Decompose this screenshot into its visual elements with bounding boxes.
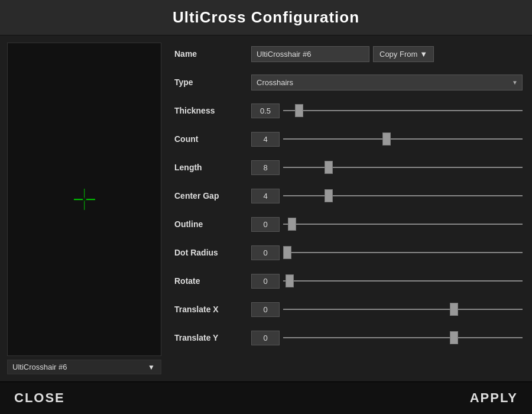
slider-row-rotate: Rotate0 (174, 269, 523, 293)
slider-container-4 (283, 218, 523, 230)
slider-controls-8: 0 (251, 331, 523, 345)
slider-controls-1: 4 (251, 132, 523, 147)
slider-input-6[interactable] (283, 275, 523, 287)
slider-row-thickness: Thickness0.5 (174, 98, 523, 123)
slider-container-2 (283, 161, 523, 173)
slider-container-6 (283, 275, 523, 287)
value-box-4: 0 (251, 217, 280, 232)
slider-controls-7: 0 (251, 302, 523, 317)
slider-label-7: Translate X (174, 305, 251, 314)
slider-label-0: Thickness (174, 106, 251, 115)
preview-label-row: UltiCrosshair #6 ▼ (7, 360, 161, 374)
type-label: Type (174, 77, 251, 87)
value-box-2: 8 (251, 160, 280, 175)
slider-row-translate-x: Translate X0 (174, 297, 523, 322)
footer: CLOSE APPLY (0, 381, 532, 414)
slider-row-translate-y: Translate Y0 (174, 325, 523, 350)
slider-input-2[interactable] (283, 161, 523, 173)
name-label: Name (174, 49, 251, 59)
value-box-6: 0 (251, 274, 280, 289)
name-row: Name Copy From ▼ (174, 41, 523, 66)
slider-container-7 (283, 303, 523, 315)
slider-controls-5: 0 (251, 245, 523, 260)
copy-from-label: Copy From (379, 50, 417, 59)
value-box-7: 0 (251, 302, 280, 317)
slider-container-3 (283, 190, 523, 202)
page-title: UltiCross Configuration (8, 8, 524, 27)
slider-rows-container: Thickness0.5Count4Length8Center Gap4Outl… (174, 98, 523, 350)
slider-container-1 (283, 133, 523, 145)
slider-controls-4: 0 (251, 217, 523, 232)
slider-label-5: Dot Radius (174, 248, 251, 257)
main-content: UltiCrosshair #6 ▼ Name Copy From ▼ Type (0, 35, 532, 381)
slider-label-3: Center Gap (174, 191, 251, 200)
type-select[interactable]: Crosshairs Dot Circle Custom (251, 75, 523, 90)
value-box-5: 0 (251, 245, 280, 260)
slider-controls-2: 8 (251, 160, 523, 175)
preview-canvas (7, 43, 161, 356)
slider-input-4[interactable] (283, 218, 523, 230)
name-input[interactable] (251, 46, 369, 62)
slider-container-8 (283, 332, 523, 344)
preview-dropdown-button[interactable]: ▼ (147, 363, 156, 371)
slider-row-count: Count4 (174, 127, 523, 151)
slider-input-8[interactable] (283, 332, 523, 344)
type-controls: Crosshairs Dot Circle Custom (251, 75, 523, 90)
slider-input-3[interactable] (283, 190, 523, 202)
slider-controls-6: 0 (251, 274, 523, 289)
value-box-3: 4 (251, 189, 280, 203)
slider-container-0 (283, 105, 523, 117)
copy-from-button[interactable]: Copy From ▼ (373, 46, 434, 62)
preview-panel: UltiCrosshair #6 ▼ (0, 35, 168, 381)
slider-controls-3: 4 (251, 189, 523, 203)
preview-label: UltiCrosshair #6 (12, 363, 147, 371)
type-select-wrapper: Crosshairs Dot Circle Custom (251, 75, 523, 90)
crosshair-preview (79, 193, 90, 205)
value-box-1: 4 (251, 132, 280, 147)
close-button[interactable]: CLOSE (14, 390, 65, 406)
slider-input-5[interactable] (283, 247, 523, 258)
slider-row-dot-radius: Dot Radius0 (174, 240, 523, 265)
slider-label-2: Length (174, 163, 251, 172)
crosshair-gap-v (84, 198, 85, 201)
config-panel: Name Copy From ▼ Type Crosshairs D (168, 35, 532, 381)
slider-input-1[interactable] (283, 133, 523, 145)
title-bar: UltiCross Configuration (0, 0, 532, 35)
type-row: Type Crosshairs Dot Circle Custom (174, 70, 523, 95)
apply-button[interactable]: APPLY (470, 390, 518, 406)
slider-row-length: Length8 (174, 155, 523, 180)
slider-row-center-gap: Center Gap4 (174, 183, 523, 208)
value-box-0: 0.5 (251, 104, 280, 118)
slider-container-5 (283, 247, 523, 258)
slider-row-outline: Outline0 (174, 212, 523, 237)
slider-label-8: Translate Y (174, 333, 251, 342)
slider-label-1: Count (174, 134, 251, 144)
slider-input-0[interactable] (283, 105, 523, 117)
app-container: UltiCross Configuration UltiCrosshair #6… (0, 0, 532, 414)
slider-input-7[interactable] (283, 303, 523, 315)
value-box-8: 0 (251, 331, 280, 345)
name-controls: Copy From ▼ (251, 46, 523, 62)
copy-from-arrow-icon: ▼ (420, 50, 427, 59)
slider-label-4: Outline (174, 219, 251, 229)
slider-label-6: Rotate (174, 276, 251, 286)
slider-controls-0: 0.5 (251, 104, 523, 118)
